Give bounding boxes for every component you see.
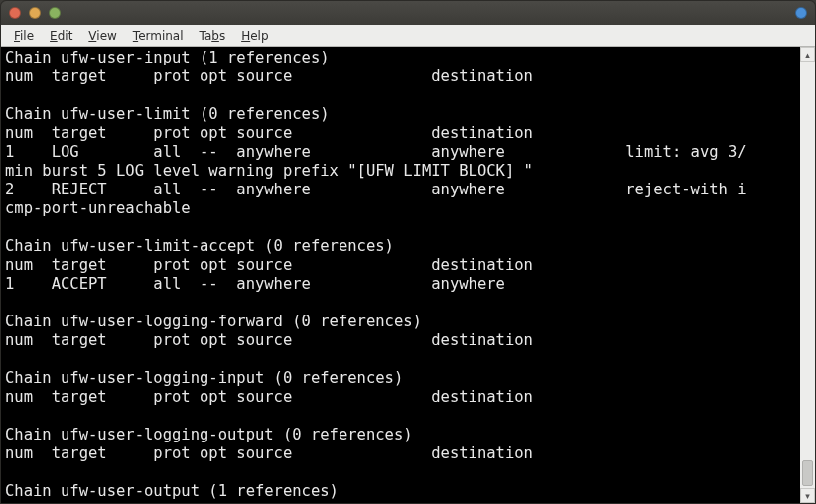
menu-help[interactable]: Help: [234, 27, 275, 45]
vertical-scrollbar[interactable]: ▴ ▾: [800, 47, 815, 503]
scroll-track[interactable]: [800, 62, 815, 488]
minimize-button[interactable]: [29, 7, 41, 19]
terminal-output[interactable]: Chain ufw-user-input (1 references) num …: [1, 47, 800, 503]
menu-edit-label: dit: [58, 29, 73, 43]
close-button[interactable]: [9, 7, 21, 19]
menu-terminal-label: erminal: [138, 29, 183, 43]
help-indicator-icon: [795, 7, 807, 19]
scroll-thumb[interactable]: [802, 460, 813, 486]
menubar: File Edit View Terminal Tabs Help: [1, 25, 815, 47]
menu-tabs-label: s: [219, 29, 225, 43]
menu-file[interactable]: File: [7, 27, 41, 45]
titlebar[interactable]: [1, 1, 815, 25]
terminal-window: File Edit View Terminal Tabs Help Chain …: [0, 0, 816, 504]
menu-file-label: ile: [20, 29, 34, 43]
menu-help-label: elp: [250, 29, 268, 43]
scroll-down-button[interactable]: ▾: [800, 488, 815, 503]
menu-view-label: iew: [96, 29, 117, 43]
menu-tabs[interactable]: Tabs: [193, 27, 233, 45]
menu-view[interactable]: View: [81, 27, 123, 45]
terminal-area: Chain ufw-user-input (1 references) num …: [1, 47, 815, 503]
window-controls: [9, 7, 61, 19]
menu-edit[interactable]: Edit: [43, 27, 79, 45]
scroll-up-button[interactable]: ▴: [800, 47, 815, 62]
maximize-button[interactable]: [49, 7, 61, 19]
menu-terminal[interactable]: Terminal: [126, 27, 191, 45]
